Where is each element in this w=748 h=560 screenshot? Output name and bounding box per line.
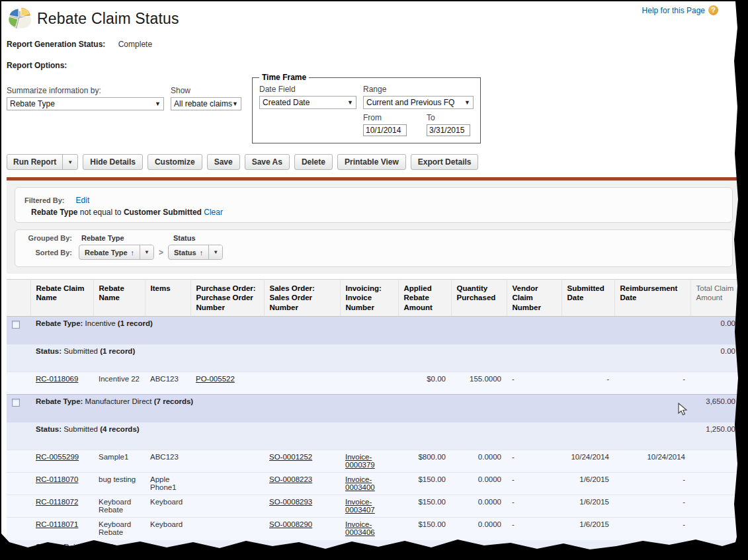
- hide-details-button[interactable]: Hide Details: [83, 154, 143, 170]
- table-cell: [190, 518, 264, 540]
- record-link[interactable]: RC-0055299: [36, 453, 79, 461]
- status-header-row: Status: Submitted (4 records)1,250.00: [7, 422, 741, 450]
- group-header-row: Rebate Type: Manufacturer Direct (7 reco…: [7, 395, 741, 422]
- group-select-checkbox[interactable]: [12, 399, 20, 407]
- record-link[interactable]: RC-0118069: [36, 375, 78, 383]
- table-cell: RC-0055299: [30, 450, 93, 473]
- record-link[interactable]: RC-0118070: [36, 475, 78, 483]
- table-cell: RC-0118070: [30, 473, 93, 495]
- record-link[interactable]: RC-0118071: [36, 520, 78, 528]
- filter-operator: not equal to: [80, 208, 122, 217]
- edit-filter-link[interactable]: Edit: [76, 196, 90, 205]
- column-header[interactable]: Vendor Claim Number: [507, 280, 561, 317]
- record-link[interactable]: Invoice-0003407: [345, 498, 375, 514]
- table-row: RC-0118072Keyboard RebateKeyboardSO-0008…: [7, 495, 741, 518]
- column-header[interactable]: Reimbursement Date: [614, 280, 690, 317]
- column-header[interactable]: Submitted Date: [561, 280, 614, 317]
- table-cell: $800.00: [398, 450, 451, 473]
- row-select-cell: [7, 450, 30, 473]
- group-field-1: Rebate Type: [79, 234, 173, 242]
- table-cell: 10/24/2014: [561, 450, 614, 473]
- group-select-checkbox[interactable]: [12, 321, 20, 329]
- record-link[interactable]: Invoice-0003400: [345, 475, 375, 491]
- table-cell: 0.0000: [451, 450, 507, 473]
- save-button[interactable]: Save: [207, 154, 240, 170]
- table-cell: RC-0118069: [30, 372, 93, 395]
- table-cell: Invoice-0000379: [340, 450, 398, 473]
- table-cell: 10/24/2014: [614, 450, 690, 473]
- run-report-button[interactable]: Run Report ▼: [7, 154, 78, 170]
- record-link[interactable]: SO-0008290: [269, 520, 312, 528]
- table-cell: [690, 372, 741, 395]
- table-cell: [264, 372, 340, 395]
- export-details-button[interactable]: Export Details: [411, 154, 479, 170]
- sort-button-rebate-type[interactable]: Rebate Type ↑ ▼: [79, 245, 154, 260]
- table-cell: [690, 450, 741, 473]
- summarize-select[interactable]: Rebate Type ▼: [7, 97, 164, 110]
- status-header-row: Status: Reimbursed (3 records): [7, 540, 741, 560]
- page-header: Rebate Claim Status: [7, 7, 735, 30]
- record-link[interactable]: PO-005522: [196, 375, 235, 383]
- clear-filter-link[interactable]: Clear: [204, 208, 223, 217]
- table-cell: Keyboard: [145, 495, 190, 518]
- column-header[interactable]: Purchase Order: Purchase Order Number: [190, 280, 264, 317]
- generation-status-value: Complete: [118, 40, 152, 49]
- from-date-input[interactable]: [363, 124, 407, 136]
- group-header-total: 3,650.00: [690, 395, 741, 422]
- table-cell: -: [507, 372, 561, 395]
- status-header-label: Status: Reimbursed (3 records): [30, 540, 690, 560]
- report-table: Rebate Claim NameRebate NameItemsPurchas…: [7, 279, 741, 560]
- table-cell: ABC123: [145, 450, 190, 473]
- range-select[interactable]: Current and Previous FQ ▼: [363, 96, 474, 109]
- column-header[interactable]: Quantity Purchased: [451, 280, 507, 317]
- column-header[interactable]: Invoicing: Invoice Number: [340, 280, 398, 317]
- table-cell: [340, 372, 398, 395]
- column-header[interactable]: Rebate Name: [93, 280, 145, 317]
- save-as-button[interactable]: Save As: [245, 154, 290, 170]
- column-header[interactable]: Total Claim Amount: [690, 280, 741, 317]
- page-title: Rebate Claim Status: [37, 10, 179, 28]
- record-link[interactable]: RC-0118072: [36, 498, 78, 506]
- table-cell: Invoice-0003400: [340, 473, 398, 495]
- column-header[interactable]: Applied Rebate Amount: [398, 280, 451, 317]
- table-cell: [690, 518, 741, 540]
- table-cell: Keyboard Rebate: [93, 518, 145, 540]
- sorted-by-label: Sorted By:: [24, 249, 79, 257]
- column-header[interactable]: [7, 280, 30, 317]
- show-select[interactable]: All rebate claims ▼: [171, 97, 241, 110]
- table-cell: Incentive 22: [93, 372, 145, 395]
- column-header[interactable]: Items: [145, 280, 190, 317]
- date-field-select[interactable]: Created Date ▼: [259, 96, 356, 109]
- sort-dropdown-caret-icon[interactable]: ▼: [208, 245, 222, 259]
- date-field-label: Date Field: [259, 85, 356, 94]
- chevron-down-icon: ▼: [155, 100, 161, 107]
- table-cell: $150.00: [398, 495, 451, 518]
- delete-button[interactable]: Delete: [294, 154, 333, 170]
- range-label: Range: [363, 85, 474, 94]
- help-question-icon[interactable]: ?: [708, 5, 718, 15]
- status-header-total: 0.00: [690, 344, 741, 372]
- run-report-dropdown-caret-icon[interactable]: ▼: [62, 155, 77, 169]
- record-link[interactable]: SO-0008223: [269, 475, 312, 483]
- table-cell: -: [507, 518, 561, 540]
- record-link[interactable]: Invoice-0003406: [345, 520, 375, 536]
- row-select-cell: [7, 372, 30, 395]
- record-link[interactable]: Invoice-0000379: [345, 453, 375, 469]
- table-cell: SO-0008290: [264, 518, 340, 540]
- column-header[interactable]: Rebate Claim Name: [30, 280, 93, 317]
- customize-button[interactable]: Customize: [147, 154, 202, 170]
- report-table-body: Rebate Type: Incentive (1 record)0.00Sta…: [7, 317, 741, 560]
- printable-view-button[interactable]: Printable View: [337, 154, 406, 170]
- group-field-2: Status: [173, 234, 196, 242]
- filtered-by-label: Filtered By:: [24, 196, 65, 204]
- sort-button-status[interactable]: Status ↑ ▼: [168, 245, 223, 260]
- record-link[interactable]: SO-0008293: [269, 498, 312, 506]
- time-frame-legend: Time Frame: [259, 73, 309, 82]
- sort-dropdown-caret-icon[interactable]: ▼: [140, 245, 153, 259]
- table-cell: RC-0118072: [30, 495, 93, 518]
- to-label: To: [427, 113, 470, 122]
- to-date-input[interactable]: [427, 124, 470, 136]
- record-link[interactable]: SO-0001252: [269, 453, 312, 461]
- column-header[interactable]: Sales Order: Sales Order Number: [264, 280, 340, 317]
- help-for-this-page-link[interactable]: Help for this Page: [642, 6, 705, 15]
